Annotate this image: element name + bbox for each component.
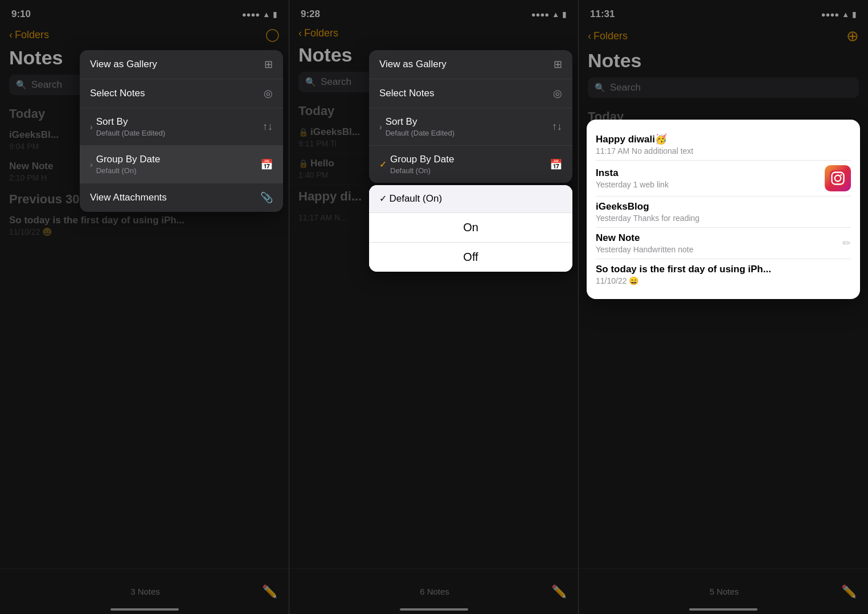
phone-panel-2: 9:28 ●●●● ▲ ▮ ‹ Folders Notes 🔍 Search T… <box>289 0 579 614</box>
on-option[interactable]: On <box>369 213 572 243</box>
calendar-icon-2: 📅 <box>550 158 562 171</box>
group-by-date-label-2: Group By Date <box>390 154 550 165</box>
default-on-option[interactable]: ✓ Default (On) <box>369 185 572 213</box>
off-option[interactable]: Off <box>369 243 572 272</box>
instagram-icon-3 <box>825 165 851 191</box>
card-note-4[interactable]: New Note Yesterday Handwritten note ✏ <box>596 228 851 259</box>
pencil-icon-3: ✏ <box>842 237 851 249</box>
sort-by-sub-label: Default (Date Edited) <box>96 129 263 137</box>
sort-by-label: Sort By <box>96 116 263 128</box>
off-label: Off <box>463 251 478 263</box>
card-note-1[interactable]: Happy diwali🥳 11:17 AM No additional tex… <box>596 129 851 161</box>
card-note-meta-1: 11:17 AM No additional text <box>596 146 693 155</box>
card-note-3[interactable]: iGeeksBlog Yesterday Thanks for reading <box>596 197 851 228</box>
group-by-date-label: Group By Date <box>96 154 260 165</box>
card-note-2[interactable]: Insta Yesterday 1 web link <box>596 161 851 197</box>
menu-item-view-gallery[interactable]: View as Gallery ⊞ <box>80 50 283 79</box>
sort-by-sub-label-2: Default (Date Edited) <box>386 129 552 137</box>
menu-item-select-notes-2[interactable]: Select Notes ◎ <box>369 79 572 108</box>
menu-item-group-by-date-2[interactable]: ✓ Group By Date Default (On) 📅 <box>369 146 572 183</box>
select-icon-2: ◎ <box>553 87 562 100</box>
arrow-group: › <box>90 160 93 169</box>
view-gallery-label: View as Gallery <box>90 59 157 69</box>
menu-item-select-notes[interactable]: Select Notes ◎ <box>80 79 283 108</box>
card-note-meta-2: Yesterday 1 web link <box>596 180 669 189</box>
sort-icon: ↑↓ <box>263 121 273 133</box>
check-default-on: ✓ <box>379 194 389 203</box>
svg-point-2 <box>840 174 842 176</box>
calendar-icon-1: 📅 <box>260 158 273 171</box>
group-by-date-sub-label: Default (On) <box>96 166 260 175</box>
white-card-popup[interactable]: Happy diwali🥳 11:17 AM No additional tex… <box>587 120 860 299</box>
card-note-meta-3: Yesterday Thanks for reading <box>596 214 699 223</box>
sort-by-label-2: Sort By <box>386 116 552 128</box>
select-notes-label-2: Select Notes <box>379 88 434 99</box>
overlay-3 <box>579 0 868 614</box>
card-note-title-5: So today is the first day of using iPh..… <box>596 264 771 275</box>
menu-item-view-attachments[interactable]: View Attachments 📎 <box>80 183 283 212</box>
check-icon-2: ✓ <box>379 159 387 170</box>
card-note-title-3: iGeeksBlog <box>596 201 699 212</box>
menu-item-sort-by-2[interactable]: › Sort By Default (Date Edited) ↑↓ <box>369 108 572 146</box>
arrow-sort-2: › <box>379 122 382 132</box>
submenu-container-2[interactable]: View as Gallery ⊞ Select Notes ◎ › Sort … <box>369 50 572 272</box>
card-note-5[interactable]: So today is the first day of using iPh..… <box>596 259 851 290</box>
card-note-title-4: New Note <box>596 232 693 244</box>
menu-item-view-gallery-2[interactable]: View as Gallery ⊞ <box>369 50 572 79</box>
dropdown-menu-1[interactable]: View as Gallery ⊞ Select Notes ◎ › Sort … <box>80 50 283 212</box>
select-notes-label: Select Notes <box>90 88 145 99</box>
on-off-submenu[interactable]: ✓ Default (On) On Off <box>369 185 572 272</box>
on-label: On <box>463 221 478 234</box>
default-on-label-2: Default (On) <box>390 166 550 175</box>
phone-panel-1: 9:10 ●●●● ▲ ▮ ‹ Folders ◯ Notes 🔍 Search… <box>0 0 289 614</box>
default-on-text: Default (On) <box>389 193 442 204</box>
card-note-title-2: Insta <box>596 167 669 179</box>
gallery-icon-2: ⊞ <box>554 58 562 71</box>
submenu-top-2[interactable]: View as Gallery ⊞ Select Notes ◎ › Sort … <box>369 50 572 183</box>
gallery-icon: ⊞ <box>264 58 273 71</box>
menu-item-sort-by[interactable]: › Sort By Default (Date Edited) ↑↓ <box>80 108 283 146</box>
card-note-meta-4: Yesterday Handwritten note <box>596 245 693 254</box>
attachments-icon: 📎 <box>260 191 273 204</box>
view-gallery-label-2: View as Gallery <box>379 59 447 69</box>
select-icon: ◎ <box>264 87 273 100</box>
sort-icon-2: ↑↓ <box>552 121 562 133</box>
phone-panel-3: 11:31 ●●●● ▲ ▮ ‹ Folders ⊕ Notes 🔍 Searc… <box>579 0 868 614</box>
card-note-title-1: Happy diwali🥳 <box>596 133 693 145</box>
arrow-sort: › <box>90 122 93 132</box>
menu-item-group-by-date[interactable]: › Group By Date Default (On) 📅 <box>80 146 283 183</box>
card-note-meta-5: 11/10/22 😄 <box>596 276 771 285</box>
view-attachments-label: View Attachments <box>90 192 167 203</box>
